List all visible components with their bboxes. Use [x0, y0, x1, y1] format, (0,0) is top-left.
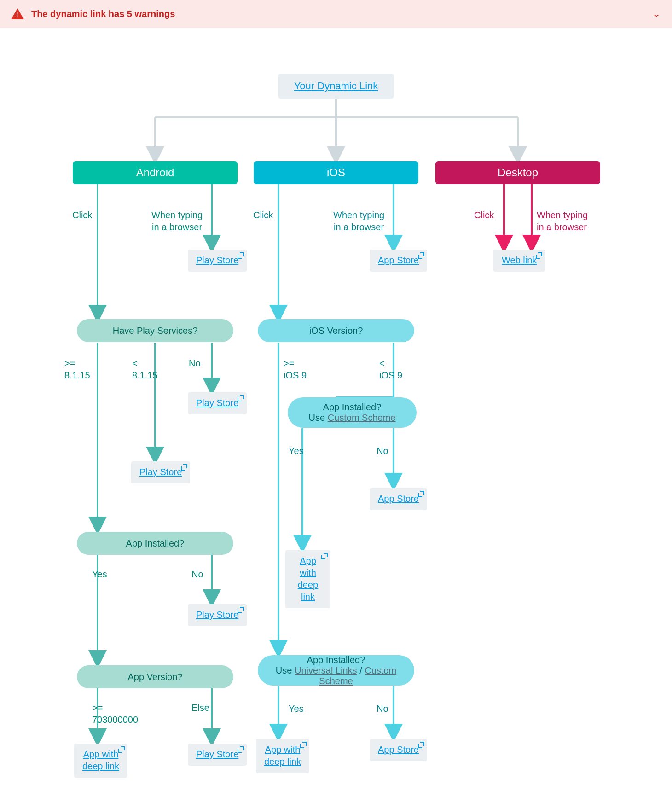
- endpoint-playstore-notinstalled[interactable]: Play Store: [188, 604, 247, 626]
- root-dynamic-link[interactable]: Your Dynamic Link: [278, 74, 394, 99]
- edge-desktop-click: Click: [474, 209, 494, 221]
- edge-ios-click: Click: [253, 209, 273, 221]
- edge-no-ios-ul: No: [377, 703, 388, 715]
- endpoint-weblink[interactable]: Web link: [493, 250, 545, 272]
- endpoint-playstore-typing[interactable]: Play Store: [188, 250, 247, 272]
- endpoint-appdeep-ul-yes[interactable]: App withdeep link: [256, 739, 309, 773]
- edge-lt-8115: < 8.1.15: [132, 357, 158, 381]
- appstore-link[interactable]: App Store: [378, 744, 419, 756]
- decision-app-installed-customscheme: App Installed? Use Custom Scheme: [288, 397, 417, 428]
- endpoint-appstore-ul-no[interactable]: App Store: [370, 739, 427, 761]
- edge-gte-ios9: >= iOS 9: [284, 357, 307, 381]
- edge-no-android-installed: No: [191, 568, 203, 580]
- root-link[interactable]: Your Dynamic Link: [294, 80, 378, 92]
- playstore-link[interactable]: Play Store: [196, 609, 238, 621]
- platform-desktop: Desktop: [435, 161, 600, 184]
- decision-sub: Use Universal Links / Custom Scheme: [258, 665, 414, 686]
- chevron-down-icon[interactable]: ⌄: [652, 9, 661, 18]
- playstore-link[interactable]: Play Store: [196, 748, 238, 760]
- edge-android-click: Click: [72, 209, 92, 221]
- app-deeplink-link[interactable]: App withdeep link: [294, 555, 322, 603]
- endpoint-appdeep-cs-yes[interactable]: App withdeep link: [285, 550, 330, 608]
- endpoint-appdeep-android[interactable]: App withdeep link: [74, 744, 127, 778]
- app-deeplink-link[interactable]: App withdeep link: [264, 744, 301, 768]
- endpoint-appstore-typing[interactable]: App Store: [370, 250, 427, 272]
- appstore-link[interactable]: App Store: [378, 493, 419, 505]
- appstore-link[interactable]: App Store: [378, 254, 419, 266]
- edge-yes-ios-ul: Yes: [289, 703, 304, 715]
- edge-android-typing: When typing in a browser: [151, 209, 203, 233]
- platform-android: Android: [73, 161, 238, 184]
- edge-desktop-typing: When typing in a browser: [537, 209, 588, 233]
- endpoint-playstore-lt[interactable]: Play Store: [131, 461, 190, 483]
- decision-have-play-services: Have Play Services?: [77, 319, 233, 342]
- warning-banner[interactable]: The dynamic link has 5 warnings ⌄: [0, 0, 672, 28]
- decision-app-installed-ulcs: App Installed? Use Universal Links / Cus…: [258, 655, 414, 686]
- decision-app-installed-android: App Installed?: [77, 532, 233, 555]
- decision-title: App Installed?: [307, 655, 365, 665]
- weblink-link[interactable]: Web link: [502, 254, 537, 266]
- edge-gte-version: >= 703000000: [92, 702, 138, 726]
- edge-yes-ios-cs: Yes: [289, 445, 304, 457]
- edge-yes-android-installed: Yes: [92, 568, 107, 580]
- edge-ios-typing: When typing in a browser: [333, 209, 384, 233]
- edge-no-ps: No: [189, 357, 201, 369]
- decision-app-version: App Version?: [77, 665, 233, 688]
- edge-lt-ios9: < iOS 9: [379, 357, 402, 381]
- endpoint-playstore-nops[interactable]: Play Store: [188, 392, 247, 414]
- edge-gte-8115: >= 8.1.15: [64, 357, 90, 381]
- endpoint-playstore-else[interactable]: Play Store: [188, 744, 247, 766]
- platform-ios: iOS: [254, 161, 418, 184]
- warning-icon: [11, 8, 24, 19]
- playstore-link[interactable]: Play Store: [196, 397, 238, 409]
- edge-no-ios-cs: No: [377, 445, 388, 457]
- decision-ios-version: iOS Version?: [258, 319, 414, 342]
- decision-sub: Use Custom Scheme: [309, 413, 396, 423]
- warning-text: The dynamic link has 5 warnings: [31, 9, 644, 19]
- playstore-link[interactable]: Play Store: [196, 254, 238, 266]
- app-deeplink-link[interactable]: App withdeep link: [82, 748, 119, 772]
- flowchart-canvas: Your Dynamic Link Android iOS Desktop Cl…: [0, 28, 672, 791]
- edge-else: Else: [191, 702, 209, 714]
- decision-title: App Installed?: [323, 402, 382, 413]
- endpoint-appstore-cs-no[interactable]: App Store: [370, 488, 427, 510]
- playstore-link[interactable]: Play Store: [139, 466, 182, 478]
